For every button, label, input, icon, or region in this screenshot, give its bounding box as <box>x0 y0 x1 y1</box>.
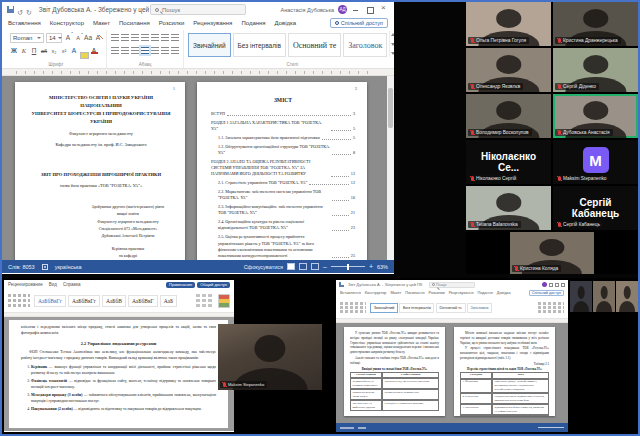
participant-tile[interactable]: Tetiana Balanovska <box>466 186 551 230</box>
minimize-button[interactable] <box>351 5 361 14</box>
ribbon-tab[interactable]: Вид <box>49 282 57 287</box>
share-button[interactable]: Спільний доступ <box>529 290 564 296</box>
style-chip[interactable]: АаБбВ <box>102 295 126 307</box>
account-avatar[interactable]: АД <box>338 5 347 14</box>
underline-icon[interactable] <box>30 47 38 54</box>
style-chip[interactable]: Основний те <box>436 303 466 313</box>
style-chip[interactable]: Звичайний <box>188 33 231 57</box>
bullet-list-icon[interactable] <box>111 34 119 41</box>
scrollbar-thumb[interactable] <box>388 88 393 128</box>
participant-tile[interactable]: Ніколаєнко Се... Ніколаєнко Сергій <box>466 140 551 184</box>
clear-formatting-icon[interactable] <box>94 34 102 41</box>
close-button[interactable] <box>561 283 565 287</box>
ribbon-tab[interactable]: Довідка <box>275 20 297 26</box>
ribbon-tab[interactable]: Рецензування <box>449 291 474 295</box>
participant-tile[interactable]: Кристина Дранжерецька <box>553 2 638 46</box>
style-chip[interactable]: Без інтервалів <box>233 33 286 57</box>
participant-tile[interactable]: Сергій Діденко <box>553 48 638 92</box>
minimize-button[interactable] <box>549 283 553 287</box>
ribbon-tab[interactable]: Конструктор <box>365 291 387 295</box>
ribbon-tab[interactable]: Конструктор <box>50 20 84 26</box>
web-layout-icon[interactable] <box>311 263 319 270</box>
zoom-in-button[interactable]: + <box>369 263 373 270</box>
language-status[interactable]: українська <box>55 264 82 270</box>
account-avatar[interactable] <box>542 282 547 287</box>
ribbon-tab[interactable]: Розсилки <box>159 20 185 26</box>
vertical-scrollbar[interactable] <box>387 76 394 260</box>
ribbon-tab[interactable]: Рецензування <box>193 20 232 26</box>
ribbon-tab[interactable]: Подання <box>478 291 493 295</box>
search-input[interactable]: Пошук <box>429 282 475 288</box>
participant-tile[interactable]: Дубовська Анастасія <box>553 94 638 138</box>
print-layout-icon[interactable] <box>299 263 307 270</box>
sort-icon[interactable] <box>161 34 169 41</box>
ribbon-tab[interactable]: Вставлення <box>8 20 41 26</box>
style-chip[interactable]: Заголовок <box>467 303 492 313</box>
font-name-select[interactable]: Roman <box>10 33 44 43</box>
participant-tile[interactable]: Кристина Коляда <box>510 232 594 274</box>
share-button[interactable]: Спільний доступ <box>330 18 388 28</box>
superscript-icon[interactable] <box>60 47 68 54</box>
ribbon-tab[interactable]: Посилання <box>405 291 424 295</box>
participant-tile[interactable]: Ольга Петрівна Гогуля <box>466 2 551 46</box>
style-chip[interactable]: АаБбВвГг <box>34 295 66 307</box>
style-chip[interactable]: Заголовок <box>343 33 387 57</box>
focus-button[interactable]: Сфокусуватися <box>244 264 283 270</box>
styles-gallery-scroll[interactable] <box>389 31 394 57</box>
accessibility-icon[interactable] <box>42 264 48 270</box>
style-chip[interactable]: Звичайний <box>370 303 398 313</box>
word-count[interactable]: Слів: 8053 <box>8 264 35 270</box>
shading-icon[interactable] <box>161 47 169 54</box>
numbered-list-icon[interactable] <box>121 34 129 41</box>
participant-tile[interactable]: Maksim Stepanenko <box>218 324 322 390</box>
undo-icon[interactable] <box>17 2 23 19</box>
close-button[interactable] <box>379 5 389 14</box>
font-size-select[interactable]: 14 <box>46 33 62 43</box>
strikethrough-icon[interactable] <box>40 47 48 54</box>
align-left-icon[interactable] <box>111 47 119 54</box>
borders-icon[interactable] <box>171 47 179 54</box>
ribbon-tab[interactable]: Рецензирование <box>8 282 43 287</box>
increase-indent-icon[interactable] <box>151 34 159 41</box>
styles-pane-icon[interactable] <box>218 294 230 308</box>
style-chip[interactable]: АаБ <box>160 295 178 307</box>
participant-tile[interactable]: Сергій Кабанець Сергій Кабанець <box>553 186 638 230</box>
zoom-slider[interactable] <box>331 266 365 267</box>
change-case-icon[interactable] <box>84 34 92 41</box>
participant-tile[interactable] <box>593 281 615 312</box>
shrink-font-icon[interactable] <box>74 34 82 41</box>
ribbon-tab[interactable]: Подання <box>241 20 265 26</box>
participant-tile[interactable]: Володимир Восколупов <box>466 94 551 138</box>
grow-font-icon[interactable] <box>64 34 72 41</box>
line-spacing-icon[interactable] <box>151 47 159 54</box>
style-chip[interactable]: Основний те <box>288 33 341 57</box>
justify-icon[interactable] <box>141 47 149 54</box>
zoom-slider[interactable] <box>538 427 564 428</box>
participant-tile[interactable] <box>570 281 592 312</box>
save-icon[interactable] <box>7 6 14 13</box>
maximize-button[interactable] <box>555 283 559 287</box>
ribbon-tab[interactable]: Макет <box>390 291 401 295</box>
search-input[interactable]: Пошук <box>150 4 246 15</box>
align-center-icon[interactable] <box>121 47 129 54</box>
ribbon-action-button[interactable]: Примечания <box>166 282 195 288</box>
ribbon-tab[interactable]: Довідка <box>497 291 511 295</box>
account-name[interactable]: Анастасія Дубовська <box>281 7 334 13</box>
ribbon-tab[interactable]: Вставлення <box>340 291 361 295</box>
decrease-indent-icon[interactable] <box>141 34 149 41</box>
participant-tile[interactable] <box>616 281 638 312</box>
ruler[interactable] <box>2 69 394 76</box>
style-chip[interactable]: АаБбВвГ <box>128 295 158 307</box>
show-marks-icon[interactable] <box>171 34 179 41</box>
font-color-icon[interactable] <box>90 47 98 54</box>
italic-icon[interactable] <box>20 47 28 54</box>
maximize-button[interactable] <box>365 5 375 14</box>
ribbon-tab[interactable]: Розсилки <box>429 291 445 295</box>
read-mode-icon[interactable] <box>287 263 295 270</box>
ribbon-action-button[interactable]: Общий доступ <box>197 282 230 288</box>
participant-tile[interactable]: M Maksim Stepanenko <box>553 140 638 184</box>
redo-icon[interactable] <box>26 2 32 19</box>
align-right-icon[interactable] <box>131 47 139 54</box>
bold-icon[interactable] <box>10 47 18 54</box>
save-icon[interactable] <box>339 282 344 287</box>
